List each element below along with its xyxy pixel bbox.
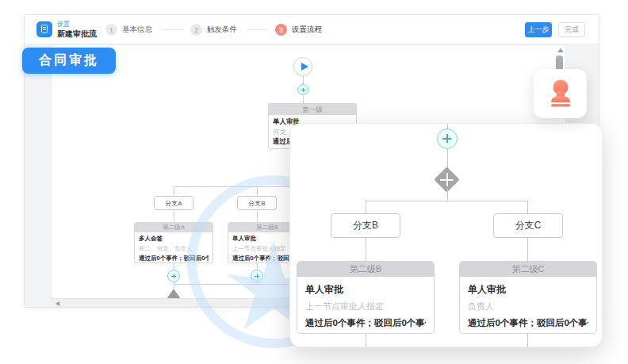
- app-category: 设置: [57, 20, 70, 29]
- step-label: 设置流程: [292, 25, 324, 35]
- gateway-plus-icon: [438, 171, 456, 189]
- finish-button[interactable]: 完成: [558, 22, 585, 37]
- step-label: 基本信息: [122, 25, 154, 35]
- branch-label-c[interactable]: 分支C: [493, 213, 563, 238]
- node-events: 通过后0个事件；驳回后0个事件: [468, 315, 588, 331]
- add-node-button[interactable]: [167, 270, 180, 282]
- step-connector: [247, 29, 267, 30]
- approval-node-level2b[interactable]: 第二级B 单人审批 上一节点审批人指定 通过后0个事件；驳回后0个事件: [297, 261, 435, 334]
- step-set-process[interactable]: 3 设置流程: [275, 24, 324, 36]
- step-basic-info[interactable]: 1 基本信息: [105, 24, 154, 36]
- step-label: 触发条件: [207, 25, 239, 35]
- node-header: 第二级C: [460, 262, 596, 277]
- start-node[interactable]: [293, 57, 312, 76]
- node-events: 通过后0个事件；驳回后0个事件: [305, 315, 426, 331]
- step-number: 3: [275, 24, 287, 36]
- node-assignee: 负责人: [468, 298, 588, 315]
- branch-label-b[interactable]: 分支B: [237, 196, 277, 210]
- add-node-button[interactable]: [251, 270, 263, 282]
- flow-name-callout: 合同审批: [22, 48, 116, 74]
- branch-label-a[interactable]: 分支A: [154, 196, 193, 210]
- step-trigger-condition[interactable]: 2 触发条件: [190, 24, 239, 36]
- node-header: 第二级B: [297, 262, 434, 277]
- add-node-button[interactable]: [297, 84, 308, 95]
- zoom-detail-panel: 分支B 分支C 第二级B 单人审批 上一节点审批人指定 通过后0个事件；驳回后0…: [289, 123, 603, 347]
- app-document-icon: [36, 21, 52, 37]
- previous-step-button[interactable]: 上一步: [525, 22, 552, 37]
- node-assignee: 上一节点审批人指定: [305, 298, 426, 315]
- step-number: 2: [190, 24, 202, 36]
- step-number: 1: [105, 24, 117, 36]
- page-title: 新建审批流: [57, 29, 97, 40]
- step-indicator: 1 基本信息 2 触发条件 3 设置流程: [105, 15, 324, 44]
- play-icon: [301, 63, 308, 71]
- branch-label-b[interactable]: 分支B: [331, 213, 400, 238]
- node-approval-type: 单人审批: [305, 282, 426, 298]
- stamp-icon: [546, 79, 575, 109]
- stamp-card[interactable]: [534, 69, 587, 118]
- scroll-left-icon[interactable]: [56, 301, 59, 306]
- node-approval-type: 单人审批: [468, 282, 588, 298]
- approval-node-level2c[interactable]: 第二级C 单人审批 负责人 通过后0个事件；驳回后0个事件: [459, 261, 597, 334]
- node-header: 第一级: [269, 104, 356, 115]
- step-connector: [162, 29, 182, 30]
- approval-node-level2a[interactable]: 第二级A 多人会签 和二、何龙、负责人 通过后0个事件；驳回后0个事件: [134, 222, 213, 263]
- node-assignee: 和二、何龙、负责人: [139, 244, 209, 255]
- node-approval-type: 多人会签: [139, 234, 209, 244]
- topbar: 设置 新建审批流 1 基本信息 2 触发条件 3 设置流程 上一步 完成: [25, 15, 599, 44]
- add-node-button[interactable]: [437, 128, 458, 149]
- node-events: 通过后0个事件；驳回后0个事件: [139, 254, 209, 263]
- node-header: 第二级A: [135, 223, 213, 232]
- scroll-up-icon[interactable]: [557, 48, 564, 52]
